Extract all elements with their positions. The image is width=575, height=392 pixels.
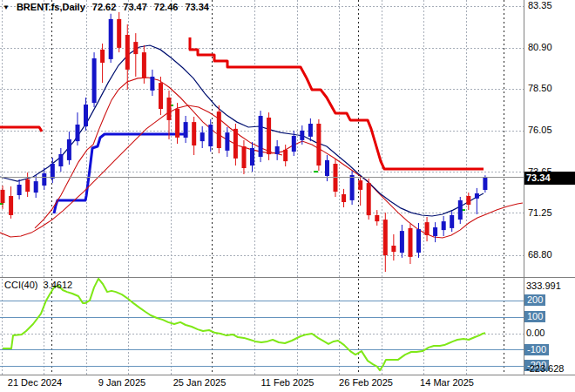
candle-body xyxy=(92,58,97,103)
candle-body xyxy=(184,122,188,138)
candle-body xyxy=(483,178,487,190)
cci-axis-label: 200 xyxy=(524,294,545,306)
candle-body xyxy=(442,221,446,230)
candle-body xyxy=(167,98,172,120)
date-label: 9 Jan 2025 xyxy=(98,377,145,389)
date-label: 26 Feb 2025 xyxy=(339,377,393,389)
candle-body xyxy=(300,131,304,140)
date-label: 25 Jan 2025 xyxy=(173,377,227,389)
candle-body xyxy=(267,118,271,154)
candle-body xyxy=(391,246,396,252)
candle-body xyxy=(225,132,229,151)
candle-body xyxy=(76,125,80,141)
candle-body xyxy=(250,148,254,166)
candle-body xyxy=(242,146,247,168)
candle-body xyxy=(1,190,5,203)
date-label: 14 Mar 2025 xyxy=(420,377,474,389)
price-tick-label: 76.05 xyxy=(528,125,552,136)
candle-body xyxy=(42,173,46,186)
candle-body xyxy=(9,196,13,215)
candle-body xyxy=(375,215,379,221)
candle-body xyxy=(450,215,454,228)
candle-body xyxy=(458,200,463,220)
candle-body xyxy=(100,50,105,63)
candle-body xyxy=(25,179,30,192)
support-line xyxy=(54,134,186,213)
candle-body xyxy=(175,109,179,138)
chart-canvas[interactable] xyxy=(0,0,575,392)
date-label: 21 Dec 2024 xyxy=(8,377,62,389)
candle-body xyxy=(133,42,138,54)
candle-body xyxy=(259,116,263,157)
candle-body xyxy=(425,222,430,235)
candle-body xyxy=(84,105,88,126)
date-label: 11 Feb 2025 xyxy=(261,377,315,389)
candle-body xyxy=(67,139,71,160)
green-mark xyxy=(314,171,318,172)
ma-red-fast xyxy=(35,78,523,238)
candle-body xyxy=(466,196,470,205)
cci-indicator-title: CCI(40) 3.4612 xyxy=(4,280,72,290)
candle-body xyxy=(433,227,437,236)
candle-body xyxy=(325,160,329,176)
candle-body xyxy=(117,19,121,48)
candle-body xyxy=(383,220,388,255)
candle-body xyxy=(308,124,313,137)
cci-axis-label: 0.00 xyxy=(526,328,545,339)
candle-body xyxy=(150,77,154,91)
price-tick-label: 78.50 xyxy=(528,83,552,94)
candle-body xyxy=(358,180,362,190)
candle-body xyxy=(125,35,130,70)
candle-body xyxy=(159,83,163,109)
cci-label: CCI(40) xyxy=(4,280,38,290)
candle-body xyxy=(142,52,146,78)
chart-title: ▼ BRENT.fs,Daily 72.62 73.47 72.46 73.34 xyxy=(3,2,209,12)
candle-body xyxy=(342,194,346,202)
candle-body xyxy=(208,125,213,146)
current-price-badge: 73.34 xyxy=(524,172,575,185)
candle-body xyxy=(400,231,404,253)
ohlc-low: 72.46 xyxy=(154,2,179,12)
price-tick-label: 68.80 xyxy=(528,249,552,260)
candle-body xyxy=(51,164,55,179)
price-tick-label: 71.25 xyxy=(528,207,552,219)
candle-body xyxy=(17,185,22,195)
price-tick-label: 80.90 xyxy=(528,42,552,53)
ohlc-high: 73.47 xyxy=(123,2,147,12)
candle-body xyxy=(58,154,63,166)
cci-axis-label: 333.991 xyxy=(526,280,561,292)
candle-body xyxy=(416,229,421,253)
cci-line xyxy=(3,279,485,370)
candle-body xyxy=(283,150,288,161)
cci-axis-label: 100 xyxy=(524,311,545,322)
candle-body xyxy=(275,146,280,154)
candle-body xyxy=(409,228,413,257)
price-tick-label: 83.35 xyxy=(528,0,552,11)
candle-body xyxy=(316,124,321,166)
cci-axis-label: -100 xyxy=(524,344,549,355)
candle-body xyxy=(367,183,371,215)
candle-body xyxy=(475,193,479,199)
candle-body xyxy=(217,112,221,148)
cci-value: 3.4612 xyxy=(44,280,73,290)
candle-body xyxy=(192,122,196,145)
candle-body xyxy=(109,19,113,59)
ohlc-close: 73.34 xyxy=(185,2,209,12)
candle-body xyxy=(200,132,205,141)
chart-window: ▼ BRENT.fs,Daily 72.62 73.47 72.46 73.34… xyxy=(0,0,575,392)
candle-body xyxy=(233,129,238,159)
symbol-period-label: BRENT.fs,Daily xyxy=(17,2,85,12)
candle-body xyxy=(34,181,38,193)
candle-body xyxy=(292,136,296,152)
candle-body xyxy=(350,175,355,200)
ohlc-open: 72.62 xyxy=(92,2,117,12)
symbol-marker-icon: ▼ xyxy=(3,3,10,11)
cci-axis-label: -223.628 xyxy=(526,363,564,375)
